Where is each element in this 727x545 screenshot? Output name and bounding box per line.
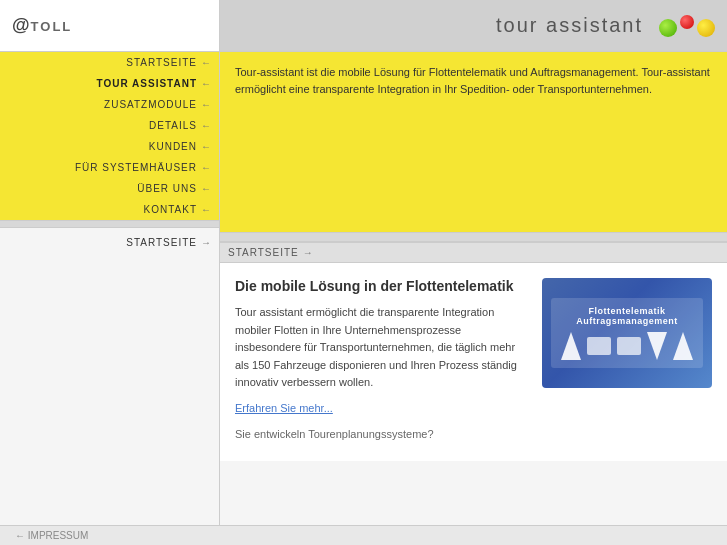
thumbnail-content: Flottentelematik Auftragsmanagement — [551, 298, 703, 368]
thumb-arrow-up-icon — [561, 332, 581, 360]
content-area: Tour-assistant ist die mobile Lösung für… — [220, 52, 727, 545]
thumbnail-line1: Flottentelematik — [561, 306, 693, 316]
main-heading: Die mobile Lösung in der Flottentelemati… — [235, 278, 527, 294]
arrow-startseite-sub-icon — [201, 238, 211, 248]
learn-more-link[interactable]: Erfahren Sie mehr... — [235, 402, 333, 414]
thumb-icons-row — [561, 332, 693, 360]
sub-nav-startseite-label: STARTSEITE — [228, 247, 299, 258]
arrow-tour-assistant-icon — [201, 79, 211, 89]
arrow-kunden-icon — [201, 142, 211, 152]
sidebar: STARTSEITE TOUR ASSISTANT ZUSATZMODULE D… — [0, 52, 220, 545]
sidebar-item-ueber-uns[interactable]: ÜBER UNS — [0, 178, 219, 199]
sidebar-label-zusatzmodule: ZUSATZMODULE — [104, 99, 197, 110]
thumb-arrow-down-icon — [647, 332, 667, 360]
sidebar-item-startseite-sub[interactable]: STARTSEITE — [0, 232, 219, 253]
sidebar-item-tour-assistant[interactable]: TOUR ASSISTANT — [0, 73, 219, 94]
logo-area: @TOLL — [0, 0, 220, 51]
arrow-kontakt-icon — [201, 205, 211, 215]
header: @TOLL tour assistant — [0, 0, 727, 52]
arrow-systemhaeuser-icon — [201, 163, 211, 173]
arrow-details-icon — [201, 121, 211, 131]
thumbnail-image: Flottentelematik Auftragsmanagement — [542, 278, 712, 388]
sidebar-label-startseite-sub: STARTSEITE — [126, 237, 197, 248]
arrow-zusatzmodule-icon — [201, 100, 211, 110]
yellow-text: Tour-assistant ist die mobile Lösung für… — [235, 64, 712, 97]
content-divider — [220, 232, 727, 242]
logo-balls — [659, 15, 715, 37]
highlight-nav: STARTSEITE TOUR ASSISTANT ZUSATZMODULE D… — [0, 52, 219, 220]
main-text-block: Die mobile Lösung in der Flottentelemati… — [235, 278, 527, 451]
sidebar-label-kontakt: KONTAKT — [144, 204, 197, 215]
impressum-link[interactable]: ← IMPRESSUM — [15, 530, 88, 541]
footer: ← IMPRESSUM — [0, 525, 727, 545]
sidebar-divider — [0, 220, 219, 228]
page-title: tour assistant — [496, 14, 643, 37]
main-layout: STARTSEITE TOUR ASSISTANT ZUSATZMODULE D… — [0, 52, 727, 545]
logo-text: @TOLL — [12, 15, 72, 36]
gray-nav: STARTSEITE — [0, 232, 219, 253]
header-right: tour assistant — [220, 0, 727, 51]
sidebar-item-kontakt[interactable]: KONTAKT — [0, 199, 219, 220]
main-content: Die mobile Lösung in der Flottentelemati… — [220, 263, 727, 461]
ball-green-icon — [659, 19, 677, 37]
sub-nav-arrow-icon: → — [303, 247, 313, 258]
white-content-block: STARTSEITE → Die mobile Lösung in der Fl… — [220, 242, 727, 461]
thumbnail-line2: Auftragsmanagement — [561, 316, 693, 326]
dev-link: Sie entwickeln Tourenplanungssysteme? — [235, 428, 434, 440]
sidebar-label-tour-assistant: TOUR ASSISTANT — [97, 78, 197, 89]
sidebar-item-startseite[interactable]: STARTSEITE — [0, 52, 219, 73]
yellow-content-block: Tour-assistant ist die mobile Lösung für… — [220, 52, 727, 232]
logo-toll: TOLL — [31, 19, 73, 34]
sidebar-label-ueber-uns: ÜBER UNS — [137, 183, 197, 194]
sidebar-label-details: DETAILS — [149, 120, 197, 131]
yellow-text-line2: eine transparente Integration in Ihr Spe… — [289, 83, 652, 95]
main-paragraph: Tour assistant ermöglicht die transparen… — [235, 304, 527, 392]
sidebar-item-zusatzmodule[interactable]: ZUSATZMODULE — [0, 94, 219, 115]
sidebar-item-details[interactable]: DETAILS — [0, 115, 219, 136]
ball-red-icon — [680, 15, 694, 29]
title-area: tour assistant — [496, 14, 715, 37]
sidebar-label-startseite: STARTSEITE — [126, 57, 197, 68]
logo-at-symbol: @ — [12, 15, 31, 35]
thumb-device2-icon — [617, 337, 641, 355]
arrow-ueber-uns-icon — [201, 184, 211, 194]
sidebar-label-systemhaeuser: FÜR SYSTEMHÄUSER — [75, 162, 197, 173]
sidebar-item-systemhaeuser[interactable]: FÜR SYSTEMHÄUSER — [0, 157, 219, 178]
sub-nav: STARTSEITE → — [220, 242, 727, 263]
ball-yellow-icon — [697, 19, 715, 37]
thumb-arrow-up2-icon — [673, 332, 693, 360]
sidebar-label-kunden: KUNDEN — [149, 141, 197, 152]
sidebar-item-kunden[interactable]: KUNDEN — [0, 136, 219, 157]
thumb-device-icon — [587, 337, 611, 355]
arrow-startseite-icon — [201, 58, 211, 68]
